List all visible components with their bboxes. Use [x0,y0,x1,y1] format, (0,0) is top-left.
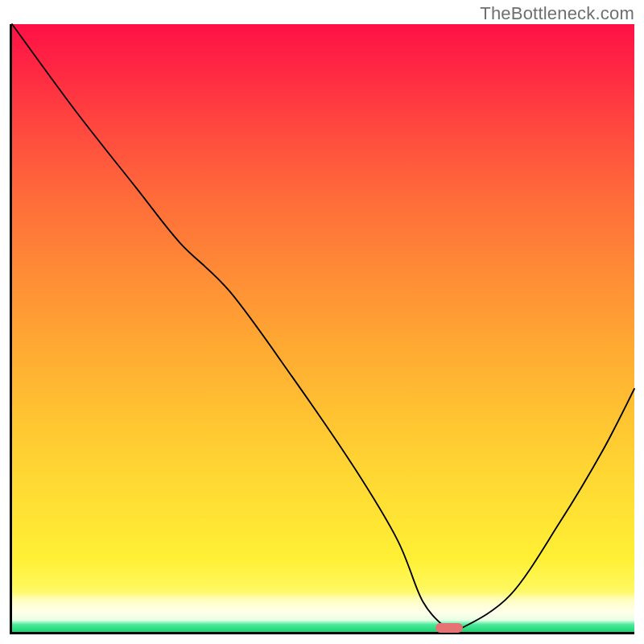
optimum-marker [436,623,463,633]
bottleneck-curve [12,24,634,632]
plot-area [10,24,634,634]
attribution-text: TheBottleneck.com [480,3,634,24]
